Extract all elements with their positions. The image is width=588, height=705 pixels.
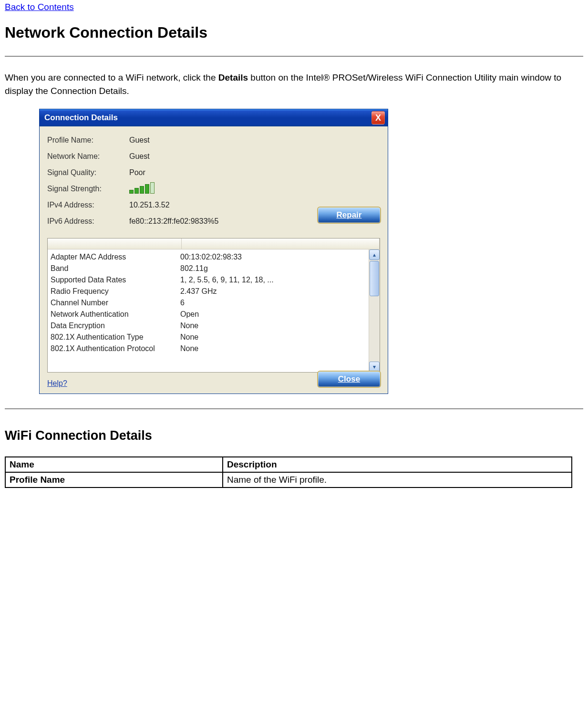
list-header-col2[interactable] (182, 238, 380, 249)
signal-strength-value (129, 184, 380, 194)
list-item-name: 802.1X Authentication Type (51, 333, 180, 342)
signal-bar-3 (140, 186, 144, 194)
list-item-value: 802.11g (180, 264, 208, 273)
list-item-value: Open (180, 310, 199, 319)
list-content: Adapter MAC Address00:13:02:02:98:33Band… (48, 249, 369, 372)
dialog-body: Profile Name: Guest Network Name: Guest … (40, 126, 388, 394)
signal-bar-5 (150, 182, 155, 194)
intro-text-before: When you are connected to a WiFi network… (5, 73, 218, 83)
table-cell-name: Profile Name (5, 472, 223, 487)
divider-2 (5, 408, 583, 409)
list-item-name: Radio Frequency (51, 287, 180, 296)
table-row: Profile Name Name of the WiFi profile. (5, 472, 572, 487)
field-signal-strength: Signal Strength: (47, 181, 380, 197)
divider (5, 56, 583, 57)
list-item[interactable]: Adapter MAC Address00:13:02:02:98:33 (51, 251, 366, 263)
help-link[interactable]: Help? (47, 379, 67, 388)
connection-details-dialog: Connection Details X Profile Name: Guest… (39, 109, 388, 394)
ipv6-label: IPv6 Address: (47, 217, 129, 226)
dialog-titlebar: Connection Details X (40, 109, 388, 126)
profile-name-value: Guest (129, 136, 380, 145)
list-item[interactable]: Network AuthenticationOpen (51, 309, 366, 320)
signal-bar-1 (129, 190, 134, 194)
wifi-details-heading: WiFi Connection Details (5, 428, 583, 443)
list-item-name: Adapter MAC Address (51, 253, 180, 261)
close-icon[interactable]: X (371, 111, 385, 124)
signal-quality-value: Poor (129, 168, 380, 177)
scroll-track[interactable] (370, 260, 379, 362)
close-button[interactable]: Close (317, 371, 381, 388)
table-cell-desc: Name of the WiFi profile. (223, 472, 572, 487)
list-item[interactable]: Supported Data Rates1, 2, 5.5, 6, 9, 11,… (51, 274, 366, 286)
list-item[interactable]: 802.1X Authentication ProtocolNone (51, 343, 366, 354)
list-item-value: 2.437 GHz (180, 287, 217, 296)
repair-button[interactable]: Repair (317, 207, 381, 224)
list-item[interactable]: Data EncryptionNone (51, 320, 366, 332)
list-item[interactable]: Band802.11g (51, 263, 366, 274)
list-item[interactable]: Radio Frequency2.437 GHz (51, 286, 366, 297)
list-item-name: 802.1X Authentication Protocol (51, 344, 180, 353)
list-item-value: 1, 2, 5.5, 6, 9, 11, 12, 18, ... (180, 276, 274, 284)
signal-bar-4 (145, 184, 149, 194)
list-item-name: Data Encryption (51, 321, 180, 330)
wifi-details-table: Name Description Profile Name Name of th… (5, 456, 572, 488)
page-title: Network Connection Details (5, 24, 583, 41)
list-item-value: 6 (180, 299, 185, 307)
list-item-name: Network Authentication (51, 310, 180, 319)
intro-bold: Details (218, 73, 248, 83)
intro-paragraph: When you are connected to a WiFi network… (5, 71, 583, 97)
scroll-thumb[interactable] (370, 261, 379, 296)
list-item[interactable]: Channel Number6 (51, 297, 366, 309)
list-item-value: None (180, 321, 198, 330)
list-item-name: Supported Data Rates (51, 276, 180, 284)
dialog-title: Connection Details (44, 113, 118, 123)
table-header-name: Name (5, 457, 223, 472)
field-network-name: Network Name: Guest (47, 148, 380, 165)
signal-quality-label: Signal Quality: (47, 168, 129, 177)
network-name-label: Network Name: (47, 152, 129, 161)
list-item[interactable]: 802.1X Authentication TypeNone (51, 332, 366, 343)
profile-name-label: Profile Name: (47, 136, 129, 145)
signal-strength-label: Signal Strength: (47, 185, 129, 193)
list-item-value: None (180, 333, 198, 342)
list-item-value: 00:13:02:02:98:33 (180, 253, 242, 261)
network-name-value: Guest (129, 152, 380, 161)
list-item-name: Channel Number (51, 299, 180, 307)
table-header-row: Name Description (5, 457, 572, 472)
scroll-up-button[interactable]: ▴ (369, 249, 380, 260)
list-item-value: None (180, 344, 198, 353)
scrollbar: ▴ ▾ (369, 249, 380, 372)
table-header-desc: Description (223, 457, 572, 472)
details-listbox: Adapter MAC Address00:13:02:02:98:33Band… (47, 238, 380, 373)
list-header-col1[interactable] (48, 238, 182, 249)
field-profile-name: Profile Name: Guest (47, 132, 380, 148)
signal-bar-2 (134, 188, 139, 194)
ipv4-label: IPv4 Address: (47, 201, 129, 209)
back-to-contents-link[interactable]: Back to Contents (5, 2, 74, 12)
field-signal-quality: Signal Quality: Poor (47, 165, 380, 181)
signal-bars-icon (129, 184, 380, 194)
list-item-name: Band (51, 264, 180, 273)
list-header (48, 238, 380, 249)
